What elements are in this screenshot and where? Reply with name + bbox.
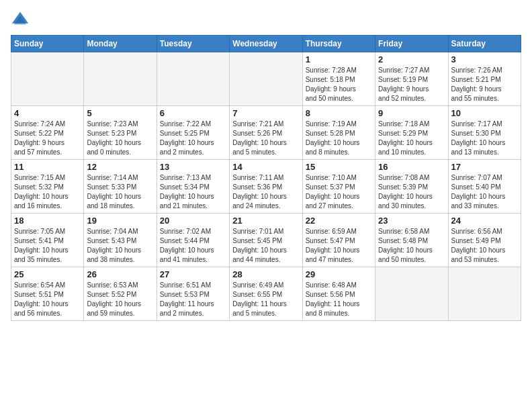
day-info: Sunrise: 6:53 AM Sunset: 5:52 PM Dayligh… [87, 281, 153, 318]
calendar-cell: 19Sunrise: 7:04 AM Sunset: 5:43 PM Dayli… [84, 214, 157, 267]
day-number: 25 [14, 269, 81, 279]
day-number: 16 [378, 162, 445, 172]
day-info: Sunrise: 7:24 AM Sunset: 5:22 PM Dayligh… [14, 120, 81, 157]
day-number: 12 [87, 162, 153, 172]
calendar-cell: 17Sunrise: 7:07 AM Sunset: 5:40 PM Dayli… [448, 160, 521, 214]
weekday-header: Sunday [11, 36, 84, 52]
day-info: Sunrise: 6:51 AM Sunset: 5:53 PM Dayligh… [160, 281, 226, 318]
calendar-cell: 24Sunrise: 6:56 AM Sunset: 5:49 PM Dayli… [448, 214, 521, 267]
day-number: 1 [306, 54, 372, 64]
calendar-cell: 3Sunrise: 7:26 AM Sunset: 5:21 PM Daylig… [448, 52, 521, 106]
day-info: Sunrise: 7:21 AM Sunset: 5:26 PM Dayligh… [232, 120, 299, 157]
page-header [11, 11, 521, 30]
weekday-header: Friday [375, 36, 448, 52]
day-info: Sunrise: 7:10 AM Sunset: 5:37 PM Dayligh… [306, 173, 372, 211]
day-info: Sunrise: 7:26 AM Sunset: 5:21 PM Dayligh… [451, 66, 518, 103]
calendar-week-row: 25Sunrise: 6:54 AM Sunset: 5:51 PM Dayli… [11, 267, 521, 321]
weekday-header: Wednesday [230, 36, 302, 52]
day-number: 10 [451, 108, 518, 118]
day-info: Sunrise: 6:58 AM Sunset: 5:48 PM Dayligh… [378, 227, 445, 265]
calendar-cell: 29Sunrise: 6:48 AM Sunset: 5:56 PM Dayli… [302, 267, 375, 321]
calendar-cell: 23Sunrise: 6:58 AM Sunset: 5:48 PM Dayli… [375, 214, 448, 267]
calendar-cell: 20Sunrise: 7:02 AM Sunset: 5:44 PM Dayli… [157, 214, 229, 267]
day-number: 3 [451, 54, 518, 64]
day-info: Sunrise: 7:04 AM Sunset: 5:43 PM Dayligh… [87, 227, 153, 265]
day-info: Sunrise: 7:02 AM Sunset: 5:44 PM Dayligh… [160, 227, 226, 265]
day-info: Sunrise: 6:48 AM Sunset: 5:56 PM Dayligh… [306, 281, 372, 318]
calendar-cell: 12Sunrise: 7:14 AM Sunset: 5:33 PM Dayli… [84, 160, 157, 214]
day-info: Sunrise: 7:18 AM Sunset: 5:29 PM Dayligh… [378, 120, 445, 157]
day-number: 9 [378, 108, 445, 118]
day-info: Sunrise: 7:05 AM Sunset: 5:41 PM Dayligh… [14, 227, 81, 265]
day-number: 13 [160, 162, 226, 172]
day-info: Sunrise: 6:54 AM Sunset: 5:51 PM Dayligh… [14, 281, 81, 318]
weekday-header: Monday [84, 36, 157, 52]
day-info: Sunrise: 7:19 AM Sunset: 5:28 PM Dayligh… [306, 120, 372, 157]
day-number: 7 [232, 108, 299, 118]
day-info: Sunrise: 7:14 AM Sunset: 5:33 PM Dayligh… [87, 173, 153, 211]
calendar-week-row: 11Sunrise: 7:15 AM Sunset: 5:32 PM Dayli… [11, 160, 521, 214]
calendar-table: SundayMondayTuesdayWednesdayThursdayFrid… [11, 35, 521, 321]
calendar-cell: 16Sunrise: 7:08 AM Sunset: 5:39 PM Dayli… [375, 160, 448, 214]
calendar-cell [84, 52, 157, 106]
weekday-header: Tuesday [157, 36, 229, 52]
calendar-cell: 22Sunrise: 6:59 AM Sunset: 5:47 PM Dayli… [302, 214, 375, 267]
calendar-cell: 2Sunrise: 7:27 AM Sunset: 5:19 PM Daylig… [375, 52, 448, 106]
day-info: Sunrise: 6:56 AM Sunset: 5:49 PM Dayligh… [451, 227, 518, 265]
logo [11, 11, 32, 30]
calendar-cell: 4Sunrise: 7:24 AM Sunset: 5:22 PM Daylig… [11, 106, 84, 160]
day-number: 8 [306, 108, 372, 118]
calendar-cell: 26Sunrise: 6:53 AM Sunset: 5:52 PM Dayli… [84, 267, 157, 321]
day-number: 28 [232, 269, 299, 279]
calendar-cell: 11Sunrise: 7:15 AM Sunset: 5:32 PM Dayli… [11, 160, 84, 214]
calendar-cell: 9Sunrise: 7:18 AM Sunset: 5:29 PM Daylig… [375, 106, 448, 160]
day-info: Sunrise: 7:27 AM Sunset: 5:19 PM Dayligh… [378, 66, 445, 103]
day-number: 22 [306, 216, 372, 226]
calendar-week-row: 4Sunrise: 7:24 AM Sunset: 5:22 PM Daylig… [11, 106, 521, 160]
day-info: Sunrise: 6:49 AM Sunset: 6:55 PM Dayligh… [232, 281, 299, 318]
day-number: 17 [451, 162, 518, 172]
day-number: 26 [87, 269, 153, 279]
weekday-header: Saturday [448, 36, 521, 52]
calendar-cell: 1Sunrise: 7:28 AM Sunset: 5:18 PM Daylig… [302, 52, 375, 106]
day-number: 19 [87, 216, 153, 226]
calendar-cell: 7Sunrise: 7:21 AM Sunset: 5:26 PM Daylig… [230, 106, 302, 160]
calendar-cell: 8Sunrise: 7:19 AM Sunset: 5:28 PM Daylig… [302, 106, 375, 160]
calendar-cell: 14Sunrise: 7:11 AM Sunset: 5:36 PM Dayli… [230, 160, 302, 214]
day-number: 14 [232, 162, 299, 172]
calendar-cell [230, 52, 302, 106]
weekday-header: Thursday [302, 36, 375, 52]
calendar-week-row: 1Sunrise: 7:28 AM Sunset: 5:18 PM Daylig… [11, 52, 521, 106]
day-info: Sunrise: 7:08 AM Sunset: 5:39 PM Dayligh… [378, 173, 445, 211]
day-info: Sunrise: 7:07 AM Sunset: 5:40 PM Dayligh… [451, 173, 518, 211]
day-number: 29 [306, 269, 372, 279]
calendar-cell: 28Sunrise: 6:49 AM Sunset: 6:55 PM Dayli… [230, 267, 302, 321]
day-number: 11 [14, 162, 81, 172]
day-info: Sunrise: 7:11 AM Sunset: 5:36 PM Dayligh… [232, 173, 299, 211]
day-number: 24 [451, 216, 518, 226]
day-info: Sunrise: 7:22 AM Sunset: 5:25 PM Dayligh… [160, 120, 226, 157]
calendar-cell: 5Sunrise: 7:23 AM Sunset: 5:23 PM Daylig… [84, 106, 157, 160]
day-info: Sunrise: 7:17 AM Sunset: 5:30 PM Dayligh… [451, 120, 518, 157]
day-number: 27 [160, 269, 226, 279]
calendar-cell: 21Sunrise: 7:01 AM Sunset: 5:45 PM Dayli… [230, 214, 302, 267]
day-info: Sunrise: 7:28 AM Sunset: 5:18 PM Dayligh… [306, 66, 372, 103]
calendar-cell: 15Sunrise: 7:10 AM Sunset: 5:37 PM Dayli… [302, 160, 375, 214]
day-number: 4 [14, 108, 81, 118]
calendar-cell: 10Sunrise: 7:17 AM Sunset: 5:30 PM Dayli… [448, 106, 521, 160]
day-info: Sunrise: 6:59 AM Sunset: 5:47 PM Dayligh… [306, 227, 372, 265]
day-number: 2 [378, 54, 445, 64]
calendar-week-row: 18Sunrise: 7:05 AM Sunset: 5:41 PM Dayli… [11, 214, 521, 267]
day-info: Sunrise: 7:13 AM Sunset: 5:34 PM Dayligh… [160, 173, 226, 211]
weekday-header-row: SundayMondayTuesdayWednesdayThursdayFrid… [11, 36, 521, 52]
calendar-cell [375, 267, 448, 321]
day-info: Sunrise: 7:23 AM Sunset: 5:23 PM Dayligh… [87, 120, 153, 157]
logo-icon [11, 11, 30, 30]
day-number: 20 [160, 216, 226, 226]
calendar-cell: 25Sunrise: 6:54 AM Sunset: 5:51 PM Dayli… [11, 267, 84, 321]
calendar-cell: 13Sunrise: 7:13 AM Sunset: 5:34 PM Dayli… [157, 160, 229, 214]
day-number: 18 [14, 216, 81, 226]
day-number: 23 [378, 216, 445, 226]
day-number: 21 [232, 216, 299, 226]
calendar-cell [448, 267, 521, 321]
